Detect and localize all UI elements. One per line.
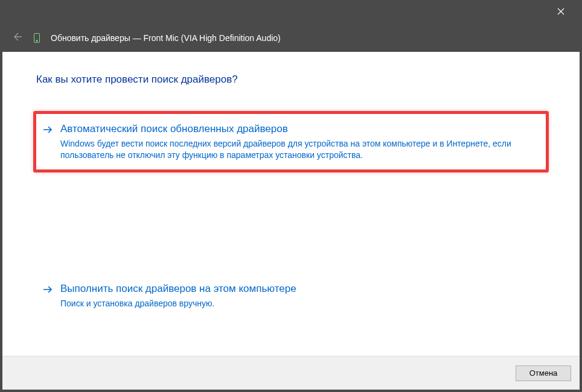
header-title: Обновить драйверы — Front Mic (VIA High … bbox=[51, 33, 281, 43]
content-area: Как вы хотите провести поиск драйверов? … bbox=[2, 52, 580, 390]
back-button[interactable] bbox=[11, 31, 23, 45]
option-title: Автоматический поиск обновленных драйвер… bbox=[60, 122, 536, 136]
option-description: Поиск и установка драйверов вручную. bbox=[60, 298, 536, 309]
device-icon bbox=[34, 33, 40, 43]
cancel-button[interactable]: Отмена bbox=[516, 365, 571, 381]
option-auto-search[interactable]: Автоматический поиск обновленных драйвер… bbox=[33, 111, 549, 172]
option-text: Автоматический поиск обновленных драйвер… bbox=[60, 122, 536, 161]
arrow-left-icon bbox=[11, 31, 22, 45]
arrow-right-icon bbox=[42, 124, 53, 138]
content-inner: Как вы хотите провести поиск драйверов? … bbox=[2, 52, 580, 356]
arrow-right-icon bbox=[42, 284, 53, 297]
footer: Отмена bbox=[2, 356, 580, 390]
header: Обновить драйверы — Front Mic (VIA High … bbox=[0, 24, 582, 52]
update-driver-dialog: Обновить драйверы — Front Mic (VIA High … bbox=[0, 0, 582, 392]
option-browse-computer[interactable]: Выполнить поиск драйверов на этом компью… bbox=[36, 274, 546, 318]
question-heading: Как вы хотите провести поиск драйверов? bbox=[36, 74, 546, 86]
option-description: Windows будет вести поиск последних верс… bbox=[60, 138, 536, 161]
close-button[interactable] bbox=[547, 2, 575, 22]
close-icon bbox=[557, 7, 564, 17]
option-text: Выполнить поиск драйверов на этом компью… bbox=[60, 282, 536, 309]
titlebar bbox=[0, 0, 582, 24]
option-title: Выполнить поиск драйверов на этом компью… bbox=[60, 282, 536, 296]
option-spacer: Выполнить поиск драйверов на этом компью… bbox=[36, 274, 546, 318]
